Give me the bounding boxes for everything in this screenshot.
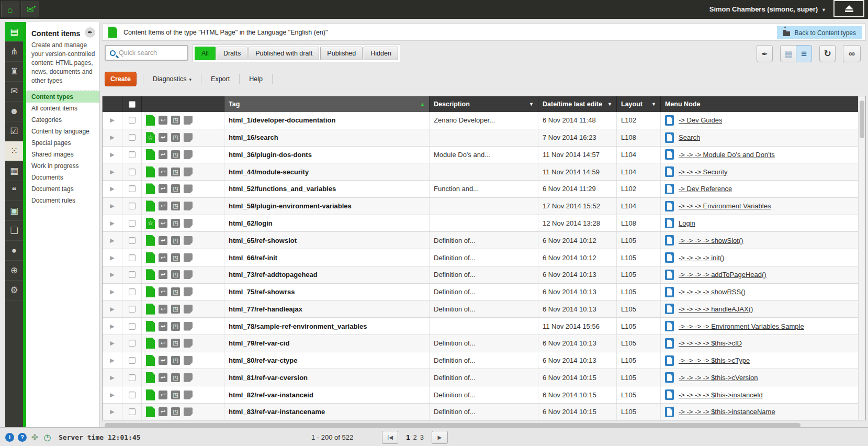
row-checkbox[interactable] [129, 357, 136, 364]
draft-note-icon[interactable] [184, 236, 193, 245]
tag-cell[interactable]: html_65/ref-showslot [224, 232, 430, 249]
preview-icon[interactable]: ↩ [159, 253, 167, 262]
menu-node-link[interactable]: -> -> -> -> addToPageHead() [679, 271, 766, 278]
row-checkbox[interactable] [129, 220, 136, 227]
tag-cell[interactable]: html_77/ref-handleajax [224, 300, 430, 317]
expand-row-button[interactable]: ▶ [110, 203, 114, 209]
menu-node-link[interactable]: -> -> -> -> $this->instanceId [679, 391, 763, 399]
page-1[interactable]: 1 [406, 433, 410, 441]
layout-icon[interactable]: ◳ [171, 287, 180, 296]
first-page-button[interactable]: |◀ [382, 431, 398, 444]
row-checkbox[interactable] [129, 271, 136, 278]
menu-node-link[interactable]: -> Dev Reference [679, 185, 732, 193]
panel-nav-documents[interactable]: Documents [26, 172, 99, 183]
inspect-button[interactable]: ∞ [843, 45, 861, 62]
layout-icon[interactable]: ◳ [171, 150, 180, 159]
expand-row-button[interactable]: ▶ [110, 254, 114, 261]
create-button[interactable]: Create [105, 72, 137, 86]
preview-icon[interactable]: ↩ [159, 236, 167, 245]
tag-cell[interactable]: html_78/sample-ref-environment_variables [224, 318, 430, 334]
panel-nav-work-in-progress[interactable]: Work in progress [26, 160, 99, 172]
tag-cell[interactable]: html_36/plugin-dos-donts [224, 147, 430, 163]
sidebar-item-languages[interactable]: ⊕ [5, 261, 23, 281]
menu-node-link[interactable]: -> -> -> Environment Variables [679, 202, 771, 210]
export-button[interactable]: Export [208, 75, 233, 83]
menu-node-link[interactable]: -> -> -> -> $this->cType [679, 356, 750, 364]
tag-cell[interactable]: html_44/module-security [224, 163, 430, 180]
filter-all[interactable]: All [195, 47, 216, 60]
preview-icon[interactable]: ↩ [159, 116, 167, 125]
filter-drafts[interactable]: Drafts [217, 47, 247, 60]
row-checkbox[interactable] [129, 288, 136, 295]
draft-note-icon[interactable] [184, 270, 193, 279]
expand-row-button[interactable]: ▶ [110, 340, 114, 347]
grid-view-button[interactable]: ▦ [780, 45, 796, 62]
panel-nav-content-by-language[interactable]: Content by language [26, 126, 99, 137]
user-menu[interactable]: Simon Chambers (simonc, super)▼ [709, 0, 826, 19]
panel-pin-button[interactable]: ✒ [85, 27, 95, 38]
draft-note-icon[interactable] [184, 373, 193, 382]
panel-nav-categories[interactable]: Categories [26, 114, 99, 126]
diagnostics-button[interactable]: Diagnostics▾ [150, 75, 195, 83]
layout-icon[interactable]: ◳ [171, 236, 180, 245]
layout-icon[interactable]: ◳ [171, 202, 180, 210]
panel-nav-special-pages[interactable]: Special pages [26, 137, 99, 149]
expand-row-button[interactable]: ▶ [110, 151, 114, 158]
expand-row-button[interactable]: ▶ [110, 306, 114, 313]
tag-cell[interactable]: html_83/ref-var-instancename [224, 404, 430, 420]
expand-row-button[interactable]: ▶ [110, 323, 114, 330]
expand-row-button[interactable]: ▶ [110, 374, 114, 381]
filter-published[interactable]: Published [320, 47, 363, 60]
column-header-description[interactable]: Description▼ [430, 96, 538, 112]
preview-icon[interactable]: ↩ [159, 305, 167, 314]
sidebar-item-site-building[interactable]: ♜ [5, 62, 23, 82]
layout-icon[interactable]: ◳ [171, 356, 180, 365]
row-checkbox[interactable] [129, 185, 136, 192]
tag-cell[interactable]: html_16/search [224, 129, 430, 146]
draft-note-icon[interactable] [184, 219, 193, 228]
preview-icon[interactable]: ↩ [159, 391, 167, 399]
sidebar-item-users[interactable]: ☻ [5, 102, 23, 121]
scrollbar-thumb[interactable] [860, 101, 864, 138]
draft-note-icon[interactable] [184, 184, 193, 193]
page-2[interactable]: 2 [413, 433, 416, 441]
tag-cell[interactable]: html_52/functions_and_variables [224, 181, 430, 197]
menu-node-link[interactable]: -> -> -> -> $this->cID [679, 339, 742, 347]
preview-icon[interactable]: ↩ [159, 219, 167, 228]
expand-row-button[interactable]: ▶ [110, 408, 114, 415]
row-checkbox[interactable] [129, 169, 136, 175]
expand-row-button[interactable]: ▶ [110, 237, 114, 244]
expand-row-button[interactable]: ▶ [110, 357, 114, 364]
row-checkbox[interactable] [129, 254, 136, 261]
system-button[interactable]: ✤ [30, 433, 39, 442]
row-checkbox[interactable] [129, 323, 136, 330]
layout-icon[interactable]: ◳ [171, 305, 180, 314]
row-checkbox[interactable] [129, 151, 136, 158]
info-button[interactable]: i [5, 433, 14, 442]
tag-cell[interactable]: html_75/ref-showrss [224, 284, 430, 300]
refresh-button[interactable]: ↻ [819, 45, 836, 62]
menu-node-link[interactable]: -> -> -> -> showSlot() [679, 237, 743, 244]
tag-cell[interactable]: html_81/ref-var-cversion [224, 369, 430, 386]
layout-icon[interactable]: ◳ [171, 116, 180, 125]
preview-icon[interactable]: ↩ [159, 184, 167, 193]
draft-note-icon[interactable] [184, 150, 193, 159]
help-button[interactable]: Help [246, 75, 266, 83]
filter-hidden[interactable]: Hidden [364, 47, 398, 60]
draft-note-icon[interactable] [184, 133, 193, 142]
layout-icon[interactable]: ◳ [171, 270, 180, 279]
menu-node-link[interactable]: -> -> -> Security [679, 168, 728, 176]
back-to-content-types-button[interactable]: Back to Content types [777, 26, 862, 39]
menu-node-link[interactable]: Search [679, 133, 700, 141]
select-all-checkbox[interactable] [129, 101, 136, 108]
layout-icon[interactable]: ◳ [171, 219, 180, 228]
preview-icon[interactable]: ↩ [159, 339, 167, 348]
preview-icon[interactable]: ↩ [159, 322, 167, 331]
menu-node-link[interactable]: -> -> -> -> Environment Variables Sample [679, 322, 804, 330]
preview-icon[interactable]: ↩ [159, 150, 167, 159]
preview-icon[interactable]: ↩ [159, 202, 167, 210]
layout-icon[interactable]: ◳ [171, 391, 180, 399]
preview-icon[interactable]: ↩ [159, 356, 167, 365]
sidebar-item-shared-files[interactable]: ▣ [5, 201, 23, 221]
panel-nav-all-content-items[interactable]: All content items [26, 103, 99, 114]
